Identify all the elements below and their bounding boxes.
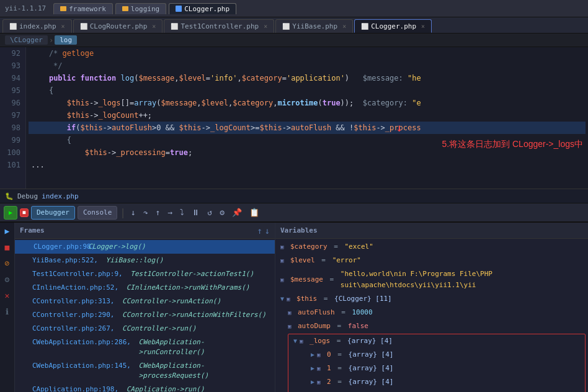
titlebar-tab-clogger[interactable]: CLogger.php xyxy=(169,3,236,14)
title-bar: yii-1.1.17 framework logging CLogger.php xyxy=(0,0,588,17)
tab-test1controller[interactable]: ⬜ Test1Controller.php × xyxy=(164,19,274,33)
close-icon[interactable]: × xyxy=(152,23,156,30)
frames-down-button[interactable]: ↓ xyxy=(265,226,270,236)
frame-file: CWebApplication.php:145, xyxy=(32,361,135,371)
php-icon: ⬜ xyxy=(361,23,368,30)
variables-list: ▣ $category = "excel" ▣ $level = "error"… xyxy=(275,239,588,392)
side-icon-settings[interactable]: ⚙ xyxy=(2,274,13,285)
frame-file: CController.php:267, xyxy=(32,324,118,334)
console-tab[interactable]: Console xyxy=(78,206,117,220)
var-logs[interactable]: ▼ ▣ _logs = {array} [4] xyxy=(288,334,585,348)
resume-button[interactable]: ⤵ xyxy=(177,207,187,218)
frame-file: CWebApplication.php:286, xyxy=(32,337,135,347)
var-icon: ▣ xyxy=(287,293,294,305)
frame-method: CWebApplication->processRequest() xyxy=(139,361,270,381)
titlebar-tab-framework[interactable]: framework xyxy=(53,3,113,14)
code-editor: 92 93 94 95 96 97 98 99 100 101 /* getlo… xyxy=(0,47,588,189)
code-line-92: /* getloge xyxy=(29,47,586,60)
side-icon-warn[interactable]: ⊘ xyxy=(2,257,13,269)
close-icon[interactable]: × xyxy=(61,23,65,30)
close-icon[interactable]: × xyxy=(342,23,346,30)
frame-item[interactable]: YiiBase.php:522, YiiBase::log() xyxy=(15,254,275,267)
settings-button[interactable]: ⚙ xyxy=(217,207,227,218)
expand-icon: ▶ xyxy=(311,349,314,360)
php-icon: ⬜ xyxy=(171,23,178,30)
folder-icon xyxy=(60,6,66,11)
frame-file: CApplication.php:198, xyxy=(32,385,123,392)
expand-icon: ▼ xyxy=(280,293,284,305)
tab-yiibase[interactable]: ⬜ YiiBase.php × xyxy=(275,19,353,33)
frame-item[interactable]: CLogger.php:98, CLogger->log() xyxy=(15,240,275,254)
frame-file: CLogger.php:98, xyxy=(33,242,95,252)
play-button[interactable]: ▶ xyxy=(4,206,17,220)
var-icon: ▣ xyxy=(317,363,324,374)
stop-button[interactable]: ■ xyxy=(20,208,29,217)
breadcrumb: \CLogger › log xyxy=(0,33,588,47)
frames-up-button[interactable]: ↑ xyxy=(257,226,262,236)
step-over-button[interactable]: ↷ xyxy=(141,207,151,218)
var-level: ▣ $level = "error" xyxy=(275,254,588,267)
debug-bar: 🐛 Debug index.php xyxy=(0,189,588,203)
frame-item[interactable]: CInlineAction.php:52, CInlineAction->run… xyxy=(15,281,275,295)
copy-button[interactable]: 📋 xyxy=(247,207,262,218)
pin-button[interactable]: 📌 xyxy=(229,207,244,218)
code-annotation: 5.将这条日志加到 CLogger->_logs中 xyxy=(442,139,583,150)
debug-icon: 🐛 xyxy=(5,192,14,200)
debugger-tab[interactable]: Debugger xyxy=(31,206,75,220)
step-into-button[interactable]: ↓ xyxy=(128,207,138,218)
close-icon[interactable]: × xyxy=(264,23,267,30)
var-this[interactable]: ▼ ▣ $this = {CLogger} [11] xyxy=(275,292,588,306)
var-logs-2[interactable]: ▶ ▣ 2 = {array} [4] xyxy=(288,375,585,389)
frame-method: CController->runAction() xyxy=(122,296,221,306)
tab-clogger[interactable]: ⬜ CLogger.php × xyxy=(354,19,432,33)
frame-item[interactable]: CWebApplication.php:286, CWebApplication… xyxy=(15,336,275,359)
var-icon: ▣ xyxy=(280,255,288,266)
breadcrumb-clogger[interactable]: \CLogger xyxy=(5,35,48,45)
frame-item[interactable]: CController.php:313, CController->runAct… xyxy=(15,295,275,308)
frame-method: CWebApplication->runController() xyxy=(139,337,270,357)
frame-method: CController->runActionWithFilters() xyxy=(122,310,266,320)
frame-file: YiiBase.php:522, xyxy=(32,256,102,265)
variables-panel: Variables ▣ $category = "excel" ▣ $level… xyxy=(275,223,588,392)
code-content[interactable]: /* getloge */ public function log($messa… xyxy=(26,47,588,189)
var-autodump: ▣ autoDump = false xyxy=(275,319,588,333)
frame-item[interactable]: CApplication.php:198, CApplication->run(… xyxy=(15,383,275,392)
var-logs-0[interactable]: ▶ ▣ 0 = {array} [4] xyxy=(288,348,585,362)
frame-item[interactable]: CController.php:290, CController->runAct… xyxy=(15,308,275,322)
code-line-101: ... xyxy=(29,159,586,171)
var-icon: ▣ xyxy=(280,241,288,252)
side-icon-error[interactable]: ✕ xyxy=(2,290,13,301)
side-icon-run[interactable]: ▶ xyxy=(2,225,13,236)
frame-method: CApplication->run() xyxy=(127,385,205,392)
run-to-cursor-button[interactable]: → xyxy=(165,207,175,218)
side-icon-info[interactable]: ℹ xyxy=(2,306,13,317)
code-line-96: $this->_logs[]=array($message,$level,$ca… xyxy=(29,97,586,109)
var-logs-1[interactable]: ▶ ▣ 1 = {array} [4] xyxy=(288,362,585,375)
frame-item[interactable]: CController.php:267, CController->run() xyxy=(15,322,275,336)
var-icon: ▣ xyxy=(288,321,295,332)
frame-method: CLogger->log() xyxy=(88,242,146,252)
tab-index-php[interactable]: ⬜ index.php × xyxy=(2,19,72,33)
titlebar-tab-logging[interactable]: logging xyxy=(115,3,166,14)
close-icon[interactable]: × xyxy=(421,23,425,30)
tab-clogrouter[interactable]: ⬜ CLogRouter.php × xyxy=(73,19,163,33)
code-line-93: */ xyxy=(29,60,586,72)
step-out-button[interactable]: ↑ xyxy=(153,207,163,218)
bottom-panels: ▶ ■ ⊘ ⚙ ✕ ℹ Frames ↑ ↓ CLogger.php:98, C… xyxy=(0,222,588,392)
var-message: ▣ $message = "hello,world\nin F:\Program… xyxy=(275,267,588,292)
code-line-95: { xyxy=(29,84,586,97)
frame-item[interactable]: Test1Controller.php:9, Test1Controller->… xyxy=(15,267,275,281)
debugger-toolbar: ▶ ■ Debugger Console | ↓ ↷ ↑ → ⤵ ⏸ ↺ ⚙ 📌… xyxy=(0,203,588,222)
var-category: ▣ $category = "excel" xyxy=(275,240,588,254)
var-icon: ▣ xyxy=(317,376,324,388)
frame-item[interactable]: CWebApplication.php:145, CWebApplication… xyxy=(15,359,275,383)
frame-method: Test1Controller->actionTest1() xyxy=(130,269,254,279)
reset-button[interactable]: ↺ xyxy=(205,207,215,218)
breadcrumb-log[interactable]: log xyxy=(55,35,77,45)
var-logs-3[interactable]: ▶ ▣ 3 = {array} [4] xyxy=(288,389,585,392)
pause-button[interactable]: ⏸ xyxy=(189,207,202,218)
frame-method: CController->run() xyxy=(122,324,196,334)
frames-list: CLogger.php:98, CLogger->log() YiiBase.p… xyxy=(15,239,275,392)
side-icon-stop[interactable]: ■ xyxy=(2,241,13,252)
line-numbers: 92 93 94 95 96 97 98 99 100 101 xyxy=(0,47,26,189)
